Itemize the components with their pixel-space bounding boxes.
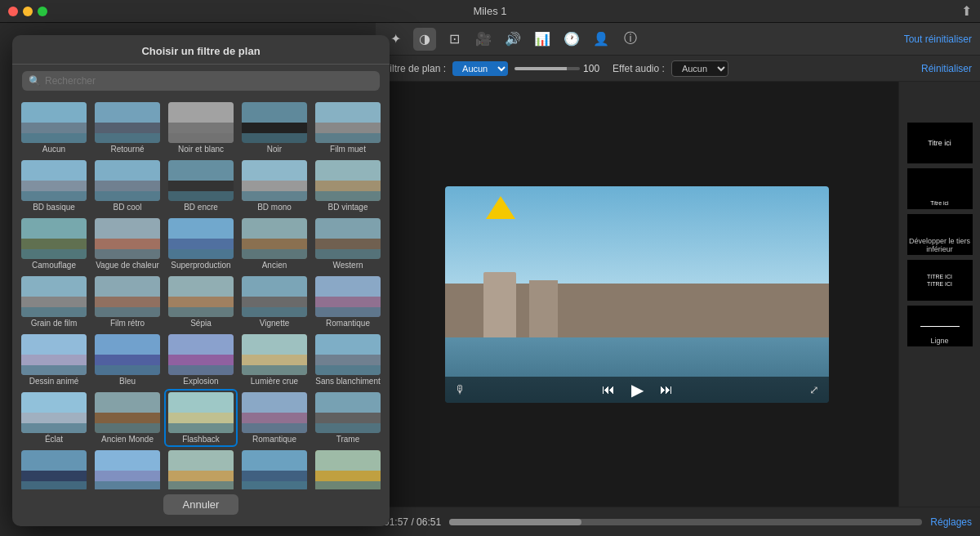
content-area: 🎙 ⏮ ▶ ⏭ ⤢ Titre ici: [376, 82, 980, 507]
filter-label-bd-basique: BD basique: [33, 203, 75, 212]
play-button[interactable]: ▶: [631, 380, 644, 400]
filter-item-nuit-am[interactable]: Nuit américaine: [19, 449, 89, 489]
filter-item-flashback[interactable]: Flashback: [166, 391, 236, 445]
filter-item-bleu[interactable]: Bleu: [92, 333, 163, 387]
filter-item-negatif[interactable]: Négatif: [166, 449, 236, 489]
filter-item-ancien[interactable]: Ancien: [239, 217, 310, 271]
filter-item-aucun[interactable]: Aucun: [19, 100, 89, 155]
filter-thumb-rayon: [95, 450, 160, 489]
intensity-slider[interactable]: [514, 67, 580, 70]
info-icon[interactable]: ⓘ: [619, 28, 642, 51]
filter-label-retourne: Retourné: [110, 145, 144, 154]
effet-label: Effet audio :: [612, 63, 665, 74]
side-item-ligne[interactable]: Ligne: [907, 306, 973, 346]
side-item-titre-ici[interactable]: Titre ici: [907, 123, 973, 163]
filters-grid: AucunRetournéNoir et blancNoirFilm muetB…: [12, 97, 390, 489]
filter-label-sans-blanch: Sans blanchiment: [315, 377, 381, 386]
filter-item-bd-basique[interactable]: BD basique: [19, 159, 89, 213]
share-button[interactable]: ⬆: [961, 3, 972, 19]
video-preview: 🎙 ⏮ ▶ ⏭ ⤢: [376, 82, 898, 507]
next-button[interactable]: ⏭: [660, 382, 673, 397]
filter-item-ancien-monde[interactable]: Ancien Monde: [92, 391, 163, 445]
close-button[interactable]: [8, 7, 18, 16]
filter-item-vignette[interactable]: Vignette: [239, 275, 310, 329]
filter-item-eclat[interactable]: Éclat: [19, 391, 89, 445]
filter-thumb-sepia: [168, 276, 234, 317]
clock-icon[interactable]: 🕐: [560, 28, 583, 51]
arrow-up-indicator: [486, 196, 515, 219]
filter-item-film-retro[interactable]: Film rétro: [92, 275, 163, 329]
filter-item-trame[interactable]: Trame: [313, 391, 383, 445]
filter-item-bicolore[interactable]: Bicolore: [313, 449, 383, 489]
filter-item-film-muet[interactable]: Film muet: [313, 100, 383, 155]
filter-item-superproduction[interactable]: Superproduction: [166, 217, 236, 271]
filter-thumb-sf: [242, 450, 307, 489]
search-bar: 🔍: [12, 65, 390, 97]
person-icon[interactable]: 👤: [590, 28, 612, 51]
tout-reinitialiser-button[interactable]: Tout réinitialiser: [904, 34, 972, 45]
filter-item-nb[interactable]: Noir et blanc: [166, 100, 236, 155]
filter-item-romantique[interactable]: Romantique: [313, 275, 383, 329]
filter-thumb-bd-vintage: [315, 160, 381, 201]
filter-item-sans-blanch[interactable]: Sans blanchiment: [313, 333, 383, 387]
filter-thumb-noir: [242, 102, 307, 143]
filter-thumb-explosion: [168, 334, 234, 375]
chart-icon[interactable]: 📊: [531, 28, 554, 51]
reglages-button[interactable]: Réglages: [930, 516, 972, 528]
search-input[interactable]: [22, 71, 380, 91]
toolbar: ✦ ◑ ⊡ 🎥 🔊 📊 🕐 👤 ⓘ Tout réinitialiser: [376, 23, 980, 56]
fullscreen-icon[interactable]: ⤢: [809, 383, 819, 396]
filter-item-bd-cool[interactable]: BD cool: [92, 159, 163, 213]
filter-item-grain[interactable]: Grain de film: [19, 275, 89, 329]
mic-icon[interactable]: 🎙: [455, 383, 466, 396]
reinitialiser-button[interactable]: Réinitialiser: [921, 63, 972, 74]
filter-thumb-superproduction: [168, 218, 234, 259]
filter-item-noir[interactable]: Noir: [239, 100, 310, 155]
timeline-track[interactable]: [449, 519, 922, 525]
prev-button[interactable]: ⏮: [602, 382, 615, 397]
effet-select[interactable]: Aucun: [671, 60, 728, 77]
traffic-lights: [8, 7, 47, 16]
filter-item-sepia[interactable]: Sépia: [166, 275, 236, 329]
filter-item-bd-vintage[interactable]: BD vintage: [313, 159, 383, 213]
speaker-icon[interactable]: 🔊: [501, 28, 524, 51]
filter-thumb-eclat: [21, 392, 87, 433]
filter-thumb-retourne: [95, 102, 160, 143]
filter-item-romantique2[interactable]: Romantique: [239, 391, 310, 445]
filter-item-rayon[interactable]: Rayon X: [92, 449, 163, 489]
filter-item-explosion[interactable]: Explosion: [166, 333, 236, 387]
side-item-developer-label: Développer le tiers inférieur: [907, 237, 973, 253]
maximize-button[interactable]: [38, 7, 47, 16]
filter-thumb-flashback: [168, 392, 234, 433]
dialog-footer: Annuler: [12, 489, 390, 518]
filter-item-lumiere[interactable]: Lumière crue: [239, 333, 310, 387]
filter-item-sf[interactable]: Science-fiction: [239, 449, 310, 489]
filtre-label: Filtre de plan :: [384, 63, 446, 74]
camera-icon[interactable]: 🎥: [472, 28, 495, 51]
filter-thumb-romantique2: [242, 392, 307, 433]
filter-label-flashback: Flashback: [182, 435, 220, 444]
filter-item-dessin[interactable]: Dessin animé: [19, 333, 89, 387]
filter-label-aucun: Aucun: [42, 145, 65, 154]
filter-item-chaleur[interactable]: Vague de chaleur: [92, 217, 163, 271]
filter-label-grain: Grain de film: [31, 319, 78, 328]
side-item-developer-tiers[interactable]: Développer le tiers inférieur: [907, 214, 973, 255]
filter-item-retourne[interactable]: Retourné: [92, 100, 163, 155]
crop-icon[interactable]: ⊡: [443, 28, 466, 51]
intensity-slider-wrap: 100: [514, 63, 606, 74]
minimize-button[interactable]: [23, 7, 33, 16]
filter-label-film-retro: Film rétro: [110, 319, 145, 328]
filtre-select[interactable]: Aucun: [452, 61, 508, 76]
filter-item-camouflage[interactable]: Camouflage: [19, 217, 89, 271]
cancel-button[interactable]: Annuler: [163, 494, 239, 515]
filter-item-bd-encre[interactable]: BD encre: [166, 159, 236, 213]
color-wheel-icon[interactable]: ◑: [413, 28, 436, 51]
filter-label-sepia: Sépia: [190, 319, 212, 328]
filter-thumb-dessin: [21, 334, 87, 375]
filter-thumb-bd-cool: [95, 160, 160, 201]
filter-label-bd-vintage: BD vintage: [328, 203, 368, 212]
side-item-titre-multi[interactable]: TITRE ICI TITRE ICI: [907, 260, 973, 301]
filter-item-bd-mono[interactable]: BD mono: [239, 159, 310, 213]
side-item-titre-bas[interactable]: Titre ici: [907, 168, 973, 209]
filter-item-western[interactable]: Western: [313, 217, 383, 271]
